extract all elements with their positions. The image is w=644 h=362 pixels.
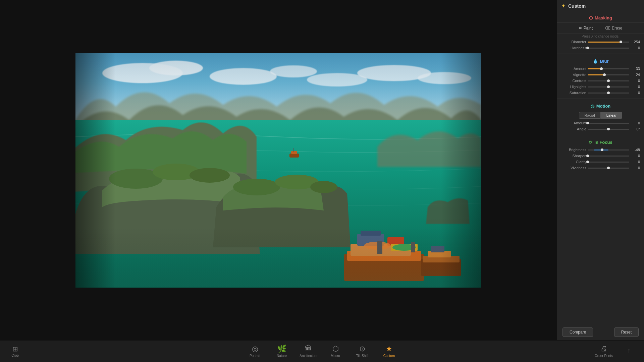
order-prints-tool[interactable]: 🖨 Order Prints bbox=[592, 341, 615, 362]
tiltshift-icon: ⊙ bbox=[359, 345, 365, 353]
vividness-row: Vividness 0 bbox=[557, 165, 644, 171]
tool-portrait[interactable]: ◎ Portrait bbox=[241, 341, 268, 362]
hardness-label: Hardness bbox=[561, 46, 586, 50]
clarity-value: 0 bbox=[631, 160, 640, 164]
order-prints-label: Order Prints bbox=[595, 354, 613, 358]
svg-point-11 bbox=[190, 168, 230, 183]
right-panel: ✦ Custom ⬡ Masking ✏ Paint ⌫ Erase Press… bbox=[557, 0, 644, 340]
motion-icon: ◎ bbox=[591, 104, 594, 109]
linear-button[interactable]: Linear bbox=[601, 112, 623, 119]
paint-label: Paint bbox=[584, 26, 593, 31]
infocus-icon: ⟳ bbox=[589, 140, 592, 145]
right-tools: 🖨 Order Prints ↑ bbox=[592, 341, 644, 362]
macro-label: Macro bbox=[331, 354, 340, 358]
contrast-row: Contrast 0 bbox=[557, 78, 644, 84]
diameter-slider[interactable] bbox=[588, 42, 629, 43]
panel-title: Custom bbox=[568, 3, 586, 9]
mask-hint: Press X to change mode. bbox=[557, 34, 644, 39]
tool-tiltshift[interactable]: ⊙ Tilt-Shift bbox=[349, 341, 376, 362]
clarity-row: Clarity 0 bbox=[557, 159, 644, 165]
star-icon: ✦ bbox=[561, 3, 566, 9]
custom-icon: ★ bbox=[386, 345, 392, 353]
erase-label: Erase bbox=[612, 26, 622, 31]
tiltshift-label: Tilt-Shift bbox=[356, 354, 368, 358]
center-tools: ◎ Portrait 🌿 Nature 🏛 Architecture ⬡ Mac… bbox=[241, 341, 402, 362]
contrast-value: 0 bbox=[631, 79, 640, 83]
hardness-slider[interactable] bbox=[588, 48, 629, 49]
highlights-label: Highlights bbox=[561, 85, 586, 89]
svg-rect-36 bbox=[441, 53, 481, 288]
motion-amount-value: 0 bbox=[631, 121, 640, 125]
masking-label: Masking bbox=[595, 15, 612, 20]
sharpen-label: Sharpen bbox=[561, 154, 586, 158]
svg-rect-33 bbox=[75, 53, 481, 113]
architecture-label: Architecture bbox=[300, 354, 317, 358]
vignette-row: Vignette 24 bbox=[557, 72, 644, 78]
bottom-toolbar: ⊞ Crop ◎ Portrait 🌿 Nature 🏛 Architectur… bbox=[0, 340, 644, 362]
contrast-slider[interactable] bbox=[588, 80, 629, 81]
brightness-slider[interactable] bbox=[588, 149, 629, 150]
diameter-row: Diameter 254 bbox=[557, 39, 644, 45]
svg-rect-32 bbox=[293, 148, 294, 152]
reset-button[interactable]: Reset bbox=[614, 327, 639, 337]
angle-value: 0° bbox=[631, 127, 640, 131]
paint-button[interactable]: ✏ Paint bbox=[576, 25, 595, 32]
panel-footer: Compare Reset bbox=[557, 324, 644, 340]
nature-label: Nature bbox=[277, 354, 287, 358]
brightness-label: Brightness bbox=[561, 148, 586, 152]
crop-tool[interactable]: ⊞ Crop bbox=[3, 341, 27, 362]
sharpen-value: 0 bbox=[631, 154, 640, 158]
tool-macro[interactable]: ⬡ Macro bbox=[322, 341, 349, 362]
infocus-section: ⟳ In Focus Brightness -48 Sharpen 0 bbox=[557, 136, 644, 172]
masking-buttons: ✏ Paint ⌫ Erase bbox=[557, 23, 644, 34]
motion-amount-row: Amount 0 bbox=[557, 120, 644, 126]
erase-icon: ⌫ bbox=[605, 26, 610, 31]
vignette-value: 24 bbox=[631, 73, 640, 77]
motion-radios: Radial Linear bbox=[557, 111, 644, 120]
highlights-slider[interactable] bbox=[588, 86, 629, 87]
masking-section: ⬡ Masking ✏ Paint ⌫ Erase Press X to cha… bbox=[557, 12, 644, 52]
motion-amount-label: Amount bbox=[561, 121, 586, 125]
vividness-slider[interactable] bbox=[588, 168, 629, 169]
custom-label: Custom bbox=[383, 354, 395, 358]
blur-amount-slider[interactable] bbox=[588, 68, 629, 69]
vignette-slider[interactable] bbox=[588, 74, 629, 75]
nature-icon: 🌿 bbox=[277, 345, 286, 353]
tool-custom[interactable]: ★ Custom bbox=[376, 341, 402, 362]
clarity-slider[interactable] bbox=[588, 162, 629, 163]
blur-amount-value: 33 bbox=[631, 67, 640, 71]
svg-rect-34 bbox=[75, 227, 481, 288]
saturation-row: Saturation 0 bbox=[557, 90, 644, 96]
motion-label: Motion bbox=[596, 104, 611, 109]
saturation-value: 0 bbox=[631, 91, 640, 95]
panel-header: ✦ Custom bbox=[557, 0, 644, 12]
masking-header: ⬡ Masking bbox=[557, 13, 644, 23]
brightness-value: -48 bbox=[631, 148, 640, 152]
blur-amount-row: Amount 33 bbox=[557, 66, 644, 72]
sharpen-slider[interactable] bbox=[588, 156, 629, 157]
blur-icon: 💧 bbox=[593, 59, 598, 64]
erase-button[interactable]: ⌫ Erase bbox=[602, 25, 625, 32]
highlights-row: Highlights 0 bbox=[557, 84, 644, 90]
share-icon: ↑ bbox=[627, 347, 631, 355]
photo-canvas bbox=[75, 53, 481, 288]
motion-header: ◎ Motion bbox=[557, 102, 644, 111]
angle-row: Angle 0° bbox=[557, 126, 644, 132]
infocus-label: In Focus bbox=[594, 140, 612, 145]
portrait-label: Portrait bbox=[250, 354, 260, 358]
angle-label: Angle bbox=[561, 127, 586, 131]
saturation-slider[interactable] bbox=[588, 93, 629, 94]
motion-amount-slider[interactable] bbox=[588, 123, 629, 124]
compare-button[interactable]: Compare bbox=[562, 327, 593, 337]
masking-icon: ⬡ bbox=[589, 15, 593, 20]
share-tool[interactable]: ↑ bbox=[617, 341, 641, 362]
angle-slider[interactable] bbox=[588, 129, 629, 130]
radial-button[interactable]: Radial bbox=[579, 112, 601, 119]
blur-amount-label: Amount bbox=[561, 67, 586, 71]
tool-nature[interactable]: 🌿 Nature bbox=[268, 341, 295, 362]
vignette-label: Vignette bbox=[561, 73, 586, 77]
order-prints-icon: 🖨 bbox=[600, 345, 607, 353]
main-area: ✦ Custom ⬡ Masking ✏ Paint ⌫ Erase Press… bbox=[0, 0, 644, 340]
tool-architecture[interactable]: 🏛 Architecture bbox=[295, 341, 322, 362]
highlights-value: 0 bbox=[631, 85, 640, 89]
